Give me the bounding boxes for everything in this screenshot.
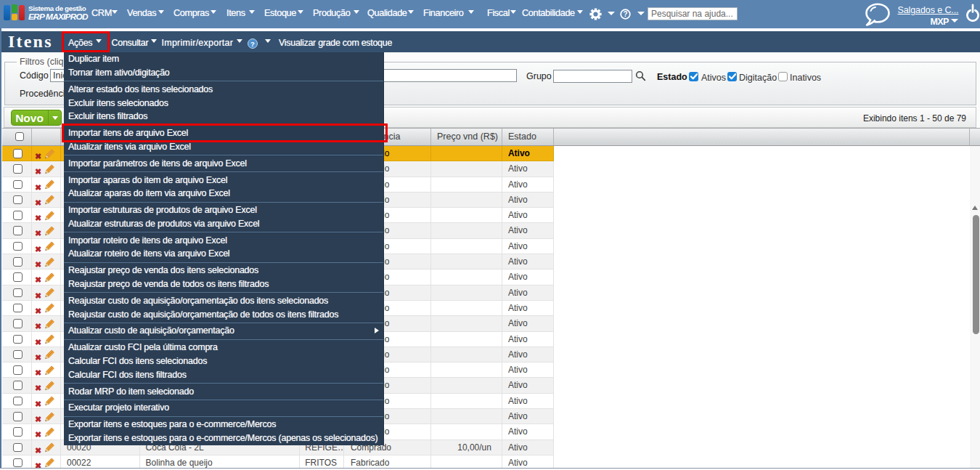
svg-text:?: ? — [623, 10, 627, 18]
svg-text:?: ? — [250, 40, 255, 48]
